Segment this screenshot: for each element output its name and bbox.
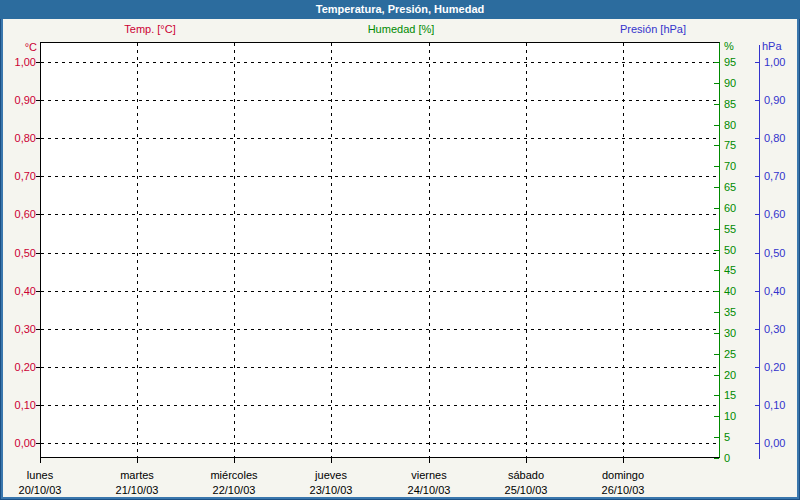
temperature-axis-tick-label: 0,80 bbox=[2, 132, 36, 144]
x-gridline bbox=[623, 43, 624, 457]
y-gridline bbox=[41, 100, 719, 101]
x-axis-tick bbox=[331, 458, 332, 463]
pressure-axis-tick bbox=[755, 138, 759, 139]
humidity-axis-tick bbox=[714, 416, 719, 417]
pressure-axis-tick bbox=[755, 100, 759, 101]
temperature-axis-tick-label: 0,60 bbox=[2, 208, 36, 220]
humidity-axis-tick-label: 0 bbox=[724, 452, 730, 464]
humidity-axis-tick-label: 60 bbox=[724, 202, 736, 214]
temperature-axis-tick-label: 0,90 bbox=[2, 94, 36, 106]
x-axis-day-label: domingo bbox=[575, 469, 671, 481]
y-gridline bbox=[41, 405, 719, 406]
temperature-axis-tick bbox=[36, 253, 40, 254]
humidity-axis-tick bbox=[714, 83, 719, 84]
pressure-axis-tick bbox=[755, 405, 759, 406]
humidity-axis-tick bbox=[714, 333, 719, 334]
pressure-axis-tick bbox=[755, 62, 759, 63]
humidity-axis-tick bbox=[714, 395, 719, 396]
humidity-axis-tick bbox=[714, 250, 719, 251]
humidity-axis-tick bbox=[714, 104, 719, 105]
humidity-axis-tick bbox=[714, 208, 719, 209]
x-axis-date-label: 22/10/03 bbox=[186, 484, 282, 496]
pressure-axis-tick-label: 0,40 bbox=[764, 285, 785, 297]
pressure-axis-tick-label: 0,00 bbox=[764, 437, 785, 449]
humidity-axis-tick-label: 40 bbox=[724, 285, 736, 297]
pressure-axis-line bbox=[759, 45, 760, 459]
y-gridline bbox=[41, 329, 719, 330]
y-gridline bbox=[41, 176, 719, 177]
temperature-axis-tick bbox=[36, 291, 40, 292]
temperature-axis-tick bbox=[36, 138, 40, 139]
humidity-axis-tick bbox=[714, 354, 719, 355]
humidity-axis-tick bbox=[714, 145, 719, 146]
pressure-axis-tick-label: 0,50 bbox=[764, 247, 785, 259]
temperature-axis-tick-label: 0,40 bbox=[2, 285, 36, 297]
x-axis-date-label: 25/10/03 bbox=[478, 484, 574, 496]
humidity-axis-tick bbox=[714, 125, 719, 126]
humidity-axis-tick-label: 55 bbox=[724, 223, 736, 235]
temperature-axis-tick-label: 1,00 bbox=[2, 56, 36, 68]
x-axis-date-label: 21/10/03 bbox=[89, 484, 185, 496]
y-gridline bbox=[41, 138, 719, 139]
x-axis-tick bbox=[623, 458, 624, 463]
temperature-axis-tick bbox=[36, 443, 40, 444]
x-gridline bbox=[429, 43, 430, 457]
x-gridline bbox=[526, 43, 527, 457]
humidity-axis-tick-label: 75 bbox=[724, 139, 736, 151]
temperature-axis-tick bbox=[36, 405, 40, 406]
humidity-axis-tick bbox=[714, 437, 719, 438]
temperature-axis-tick-label: 0,50 bbox=[2, 247, 36, 259]
x-axis-tick bbox=[40, 458, 41, 463]
humidity-axis-tick-label: 30 bbox=[724, 327, 736, 339]
humidity-axis-tick bbox=[714, 375, 719, 376]
x-axis-tick bbox=[429, 458, 430, 463]
humidity-axis-tick-label: 95 bbox=[724, 56, 736, 68]
humidity-axis-tick-label: 15 bbox=[724, 389, 736, 401]
pressure-axis-tick-label: 0,70 bbox=[764, 170, 785, 182]
pressure-axis-tick-label: 0,80 bbox=[764, 132, 785, 144]
humidity-axis-tick bbox=[714, 270, 719, 271]
window-title-bar: Temperatura, Presión, Humedad bbox=[0, 0, 800, 19]
y-gridline bbox=[41, 253, 719, 254]
x-axis-day-label: jueves bbox=[283, 469, 379, 481]
humidity-axis-tick-label: 85 bbox=[724, 98, 736, 110]
x-axis-tick bbox=[526, 458, 527, 463]
x-axis-day-label: lunes bbox=[0, 469, 88, 481]
x-axis-day-label: viernes bbox=[381, 469, 477, 481]
humidity-axis-unit-label: % bbox=[724, 40, 734, 52]
temperature-axis-unit-label: °C bbox=[6, 41, 37, 53]
humidity-axis-tick bbox=[714, 187, 719, 188]
temperature-axis-tick bbox=[36, 367, 40, 368]
humidity-axis-tick-label: 35 bbox=[724, 306, 736, 318]
x-axis-date-label: 23/10/03 bbox=[283, 484, 379, 496]
y-gridline bbox=[41, 367, 719, 368]
humidity-axis-tick-label: 90 bbox=[724, 77, 736, 89]
pressure-axis-tick bbox=[755, 443, 759, 444]
x-axis-day-label: miércoles bbox=[186, 469, 282, 481]
pressure-axis-tick-label: 0,90 bbox=[764, 94, 785, 106]
temperature-axis-tick-label: 0,70 bbox=[2, 170, 36, 182]
temperature-axis-tick-label: 0,00 bbox=[2, 437, 36, 449]
humidity-axis-tick-label: 65 bbox=[724, 181, 736, 193]
x-axis-date-label: 26/10/03 bbox=[575, 484, 671, 496]
humidity-axis-tick bbox=[714, 166, 719, 167]
humidity-axis-tick bbox=[714, 458, 719, 459]
y-gridline bbox=[41, 443, 719, 444]
pressure-axis-tick-label: 0,10 bbox=[764, 399, 785, 411]
plot-area bbox=[40, 42, 720, 458]
pressure-axis-tick bbox=[755, 329, 759, 330]
humidity-axis-tick-label: 25 bbox=[724, 348, 736, 360]
legend-item-humidity: Humedad [%] bbox=[368, 23, 435, 35]
humidity-axis-tick-label: 50 bbox=[724, 244, 736, 256]
y-gridline bbox=[41, 62, 719, 63]
humidity-axis-tick-label: 10 bbox=[724, 410, 736, 422]
humidity-axis-tick bbox=[714, 62, 719, 63]
temperature-axis-tick bbox=[36, 176, 40, 177]
x-gridline bbox=[331, 43, 332, 457]
temperature-axis-tick-label: 0,30 bbox=[2, 323, 36, 335]
x-axis-day-label: martes bbox=[89, 469, 185, 481]
x-axis-tick bbox=[137, 458, 138, 463]
pressure-axis-tick bbox=[755, 253, 759, 254]
x-axis-date-label: 20/10/03 bbox=[0, 484, 88, 496]
weather-chart-window: Temperatura, Presión, Humedad Temp. [°C]… bbox=[0, 0, 800, 500]
